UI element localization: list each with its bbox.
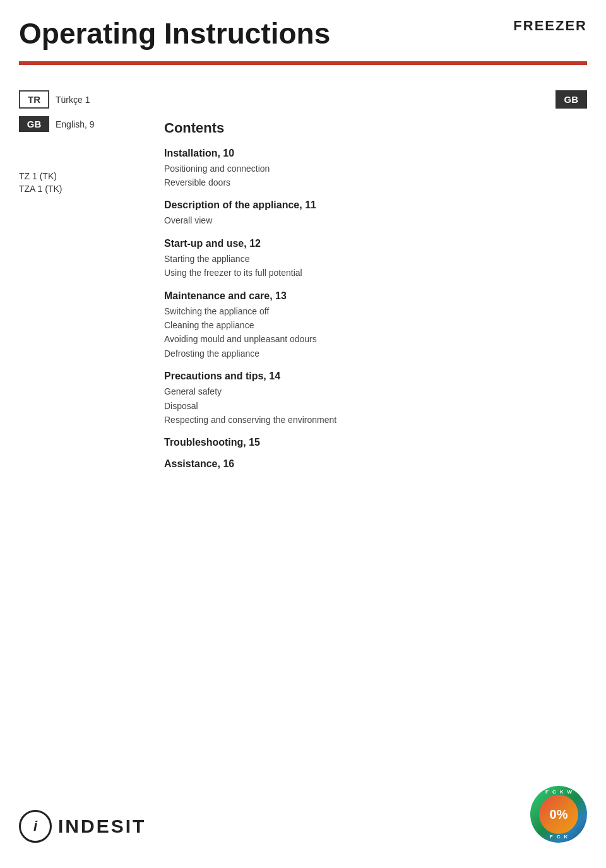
lang-badge-gb: GB (19, 116, 49, 132)
cfc-top-letters: F C K W (545, 789, 572, 795)
indesit-i-letter: i (33, 818, 37, 835)
cfc-letter-w: W (567, 789, 572, 795)
lang-label-tr: Türkçe 1 (56, 95, 90, 105)
toc-sub-entry-4-2: Respecting and conserving the environmen… (164, 413, 587, 427)
toc-section-0: Installation, 10Positioning and connecti… (164, 148, 587, 190)
toc-sub-entry-4-0: General safety (164, 384, 587, 398)
toc-main-entry-2: Start-up and use, 12 (164, 238, 587, 249)
toc-main-entry-5: Troubleshooting, 15 (164, 437, 587, 448)
toc-section-4: Precautions and tips, 14General safetyDi… (164, 371, 587, 427)
toc-main-entry-4: Precautions and tips, 14 (164, 371, 587, 382)
toc-sub-entry-3-2: Avoiding mould and unpleasant odours (164, 332, 587, 346)
toc-sub-entry-3-3: Defrosting the appliance (164, 347, 587, 360)
tz-block: TZ 1 (TK) TZA 1 (TK) (19, 171, 158, 194)
toc-sub-entry-3-0: Switching the appliance off (164, 304, 587, 318)
toc-sub-entry-4-1: Disposal (164, 399, 587, 413)
tz-line2: TZA 1 (TK) (19, 184, 158, 194)
toc-sub-entry-2-0: Starting the appliance (164, 252, 587, 266)
toc-section-2: Start-up and use, 12Starting the applian… (164, 238, 587, 280)
cfc-letter-f2: F (550, 834, 553, 840)
toc-main-entry-0: Installation, 10 (164, 148, 587, 159)
toc-sub-block-1: Overall view (164, 213, 587, 227)
toc-sub-entry-0-0: Positioning and connection (164, 162, 587, 175)
contents-title: Contents (164, 120, 587, 136)
indesit-circle-icon: i (19, 810, 52, 843)
lang-row-tr: TR Türkçe 1 (19, 90, 158, 110)
toc-section-1: Description of the appliance, 11Overall … (164, 199, 587, 227)
tz-line1: TZ 1 (TK) (19, 171, 158, 181)
cfc-bottom-letters: F C K (550, 834, 567, 840)
toc-sub-block-4: General safetyDisposalRespecting and con… (164, 384, 587, 427)
toc-sub-block-2: Starting the applianceUsing the freezer … (164, 252, 587, 280)
toc-sub-block-0: Positioning and connectionReversible doo… (164, 162, 587, 190)
toc-main-entry-1: Description of the appliance, 11 (164, 199, 587, 211)
toc-main-entry-3: Maintenance and care, 13 (164, 290, 587, 302)
footer: i INDESIT F C K W 0% F C K (19, 786, 587, 843)
lang-label-gb: English, 9 (56, 119, 94, 129)
toc-sub-entry-2-1: Using the freezer to its full potential (164, 266, 587, 280)
cfc-letter-k2: K (564, 834, 567, 840)
main-title: Operating Instructions (19, 18, 587, 50)
toc-section-6: Assistance, 16 (164, 458, 587, 470)
toc-section-5: Troubleshooting, 15 (164, 437, 587, 448)
cfc-letter-f1: F (545, 789, 549, 795)
right-column: GB Contents Installation, 10Positioning … (158, 90, 587, 480)
cfc-outer-circle: F C K W 0% F C K (530, 786, 587, 843)
cfc-letter-c1: C (552, 789, 556, 795)
toc-sub-entry-0-1: Reversible doors (164, 175, 587, 189)
lang-row-gb: GB English, 9 (19, 116, 158, 133)
toc-section-3: Maintenance and care, 13Switching the ap… (164, 290, 587, 361)
cfc-percent-label: 0% (550, 808, 568, 821)
cfc-letter-c2: C (557, 834, 561, 840)
main-content: TR Türkçe 1 GB English, 9 TZ 1 (TK) TZA … (0, 65, 606, 480)
left-column: TR Türkçe 1 GB English, 9 TZ 1 (TK) TZA … (19, 90, 158, 480)
indesit-wordmark: INDESIT (58, 816, 146, 837)
toc-list: Installation, 10Positioning and connecti… (164, 148, 587, 470)
cfc-badge: F C K W 0% F C K (530, 786, 587, 843)
indesit-logo: i INDESIT (19, 810, 146, 843)
toc-sub-entry-1-0: Overall view (164, 213, 587, 227)
page-header: Operating Instructions FREEZER (0, 0, 606, 65)
lang-badge-tr: TR (19, 90, 49, 109)
toc-sub-block-3: Switching the appliance offCleaning the … (164, 304, 587, 361)
gb-badge-box: GB (556, 90, 588, 109)
gb-badge-top: GB (164, 90, 587, 109)
cfc-inner-circle: 0% (539, 795, 578, 834)
toc-main-entry-6: Assistance, 16 (164, 458, 587, 470)
toc-sub-entry-3-1: Cleaning the appliance (164, 318, 587, 332)
cfc-letter-k1: K (560, 789, 564, 795)
freezer-label: FREEZER (513, 18, 587, 34)
